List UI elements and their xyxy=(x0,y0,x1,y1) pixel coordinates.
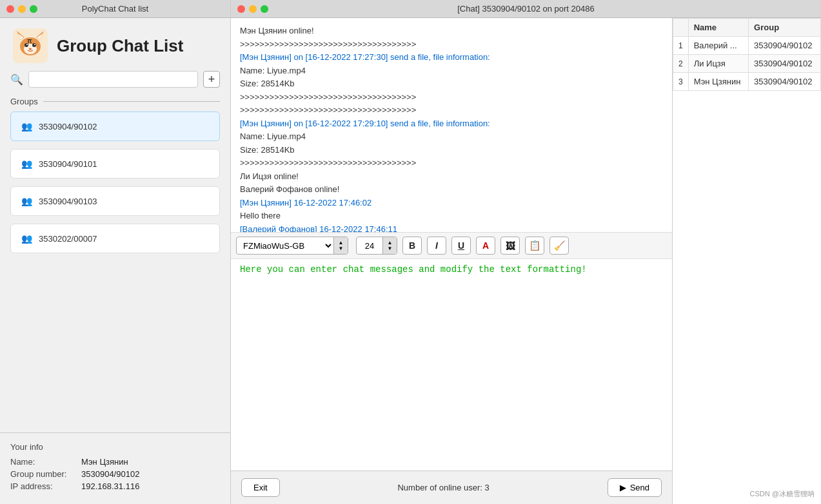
row-num: 1 xyxy=(673,37,689,55)
group-item-label: 3530904/90101 xyxy=(39,159,97,169)
chat-bottom-bar: Exit Number of online user: 3 ▶ Send xyxy=(231,470,672,504)
chat-window-controls xyxy=(237,5,268,13)
chat-area: Мэн Цзянин online! >>>>>>>>>>>>>>>>>>>>>… xyxy=(231,18,673,504)
groups-list: 👥 3530904/90102 👥 3530904/90101 👥 353090… xyxy=(0,111,230,432)
row-num: 3 xyxy=(673,73,689,91)
msg-line: >>>>>>>>>>>>>>>>>>>>>>>>>>>>>>>>>>>> xyxy=(240,38,663,51)
chat-close-button[interactable] xyxy=(237,5,245,13)
your-info-title: Your info xyxy=(10,442,220,452)
font-select-arrow[interactable]: ▲▼ xyxy=(333,237,348,254)
msg-line: >>>>>>>>>>>>>>>>>>>>>>>>>>>>>>>>>>>> xyxy=(240,91,663,104)
search-bar: 🔍 + xyxy=(0,71,230,94)
bold-button[interactable]: B xyxy=(402,237,422,255)
app-header: π Group Chat List xyxy=(0,18,230,71)
group-item-4[interactable]: 👥 3530202/00007 xyxy=(10,224,220,253)
font-size-stepper[interactable]: ▲▼ xyxy=(382,237,397,254)
msg-line: Hello there xyxy=(240,209,663,222)
msg-line: [Валерий Фофанов] 16-12-2022 17:46:11 xyxy=(240,223,663,233)
chat-title-bar: [Chat] 3530904/90102 on port 20486 xyxy=(231,0,821,18)
name-label: Name: xyxy=(10,457,81,467)
font-size-input[interactable] xyxy=(357,239,382,253)
app-logo: π xyxy=(13,28,48,63)
msg-line: [Мэн Цзянин] on [16-12-2022 17:29:10] se… xyxy=(240,117,663,130)
italic-button[interactable]: I xyxy=(427,237,446,255)
member-name: Мэн Цзянин xyxy=(688,73,748,91)
info-group-row: Group number: 3530904/90102 xyxy=(10,469,220,479)
search-input[interactable] xyxy=(28,71,198,88)
your-info-section: Your info Name: Мэн Цзянин Group number:… xyxy=(0,432,230,504)
text-color-button[interactable]: A xyxy=(476,237,495,255)
col-index-header xyxy=(673,19,689,37)
add-group-button[interactable]: + xyxy=(203,71,220,88)
members-table: Name Group 1 Валерий ... 3530904/90102 2… xyxy=(673,18,821,91)
chat-minimize-button[interactable] xyxy=(249,5,257,13)
msg-line: [Мэн Цзянин] on [16-12-2022 17:27:30] se… xyxy=(240,51,663,64)
left-title-bar: PolyChat Chat list xyxy=(0,0,230,18)
right-side: [Chat] 3530904/90102 on port 20486 Мэн Ц… xyxy=(231,0,821,504)
member-row-1: 1 Валерий ... 3530904/90102 xyxy=(673,37,821,55)
msg-line: >>>>>>>>>>>>>>>>>>>>>>>>>>>>>>>>>>>> xyxy=(240,157,663,170)
file-insert-button[interactable]: 📋 xyxy=(525,237,544,255)
msg-line: >>>>>>>>>>>>>>>>>>>>>>>>>>>>>>>>>>>> xyxy=(240,104,663,117)
svg-point-8 xyxy=(32,43,36,47)
member-row-2: 2 Ли Ицзя 3530904/90102 xyxy=(673,55,821,73)
row-num: 2 xyxy=(673,55,689,73)
msg-line: Ли Ицзя online! xyxy=(240,170,663,183)
group-value: 3530904/90102 xyxy=(81,469,139,479)
search-icon[interactable]: 🔍 xyxy=(10,73,23,86)
group-icon: 👥 xyxy=(21,159,32,169)
send-arrow-icon: ▶ xyxy=(620,483,626,492)
info-ip-row: IP address: 192.168.31.116 xyxy=(10,481,220,491)
font-select-wrap[interactable]: FZMiaoWuS-GB ▲▼ xyxy=(236,237,348,255)
group-item-label: 3530904/90102 xyxy=(39,122,97,131)
member-name: Ли Ицзя xyxy=(688,55,748,73)
svg-point-10 xyxy=(34,44,35,45)
group-item-2[interactable]: 👥 3530904/90101 xyxy=(10,149,220,179)
formatting-bar: FZMiaoWuS-GB ▲▼ ▲▼ B I U A xyxy=(231,232,672,259)
msg-line: [Мэн Цзянин] 16-12-2022 17:46:02 xyxy=(240,197,663,209)
group-icon: 👥 xyxy=(21,196,32,206)
member-name: Валерий ... xyxy=(688,37,748,55)
font-select[interactable]: FZMiaoWuS-GB xyxy=(237,238,333,253)
msg-line: Size: 28514Kb xyxy=(240,144,663,157)
group-item-3[interactable]: 👥 3530904/90103 xyxy=(10,186,220,216)
svg-point-11 xyxy=(29,48,32,50)
size-wrap[interactable]: ▲▼ xyxy=(356,237,397,255)
chat-main: Мэн Цзянин online! >>>>>>>>>>>>>>>>>>>>>… xyxy=(231,18,821,504)
app-title: Group Chat List xyxy=(57,36,183,56)
eraser-button[interactable]: 🧹 xyxy=(549,237,569,255)
info-name-row: Name: Мэн Цзянин xyxy=(10,457,220,467)
group-label: Group number: xyxy=(10,469,81,479)
minimize-button[interactable] xyxy=(18,5,26,13)
member-group: 3530904/90102 xyxy=(749,55,821,73)
ip-label: IP address: xyxy=(10,481,81,491)
col-name-header: Name xyxy=(688,19,748,37)
msg-line: Валерий Фофанов online! xyxy=(240,183,663,196)
left-title-label: PolyChat Chat list xyxy=(82,4,148,14)
msg-line: Name: Liyue.mp4 xyxy=(240,64,663,77)
online-count-label: Number of online user: 3 xyxy=(397,483,489,492)
underline-button[interactable]: U xyxy=(451,237,471,255)
send-button[interactable]: ▶ Send xyxy=(608,478,662,497)
watermark: CSDN @冰糖雪狸呐 xyxy=(750,489,815,499)
member-group: 3530904/90102 xyxy=(749,73,821,91)
close-button[interactable] xyxy=(6,5,14,13)
msg-line: Мэн Цзянин online! xyxy=(240,24,663,37)
exit-button[interactable]: Exit xyxy=(241,478,280,497)
maximize-button[interactable] xyxy=(30,5,37,13)
member-row-3: 3 Мэн Цзянин 3530904/90102 xyxy=(673,73,821,91)
image-insert-button[interactable]: 🖼 xyxy=(500,237,520,255)
group-icon: 👥 xyxy=(21,121,32,131)
window-controls xyxy=(6,5,37,13)
groups-section-label: Groups xyxy=(0,94,230,111)
name-value: Мэн Цзянин xyxy=(81,457,128,467)
col-group-header: Group xyxy=(749,19,821,37)
group-item-label: 3530904/90103 xyxy=(39,197,97,206)
chat-maximize-button[interactable] xyxy=(261,5,268,13)
member-group: 3530904/90102 xyxy=(749,37,821,55)
chat-messages[interactable]: Мэн Цзянин online! >>>>>>>>>>>>>>>>>>>>>… xyxy=(231,18,672,232)
group-item-1[interactable]: 👥 3530904/90102 xyxy=(10,111,220,141)
message-input[interactable]: Here you can enter chat messages and mod… xyxy=(231,259,672,470)
group-icon: 👥 xyxy=(21,233,32,244)
left-panel: PolyChat Chat list π Grou xyxy=(0,0,231,504)
